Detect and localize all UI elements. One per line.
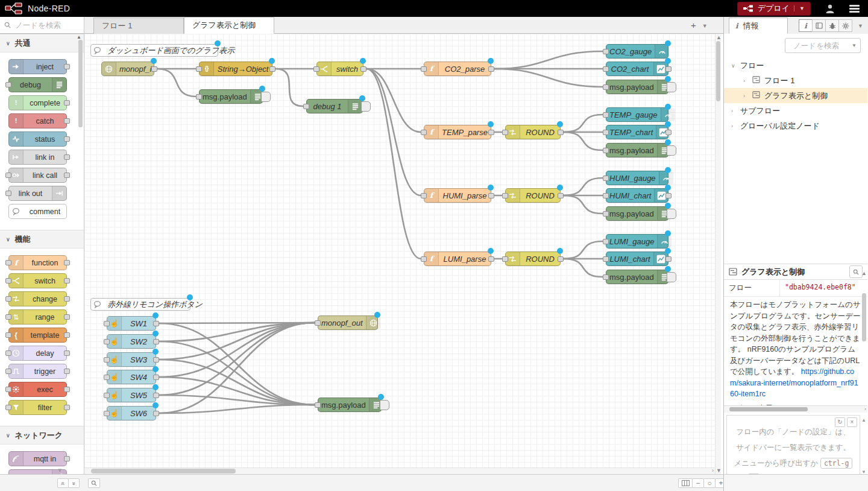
input-port[interactable] [603,176,609,181]
canvas-scroll-up-icon[interactable]: ▲ [716,34,722,40]
sidebar-config-button[interactable] [838,19,852,32]
chevron-right-icon[interactable]: › [731,108,736,114]
node-LUMI_parse[interactable]: fLUMI_parse [424,252,491,266]
input-port[interactable] [421,256,427,262]
wire[interactable] [366,69,421,195]
tab-info[interactable]: i 情報 [729,17,788,34]
wire[interactable] [564,132,603,150]
palette-node-comment[interactable]: comment [8,204,67,219]
palette-node-mqtt-in[interactable]: mqtt in [8,451,67,466]
output-port[interactable] [64,405,70,410]
palette-node-debug[interactable]: debug [8,77,67,92]
node-HUMI_chart[interactable]: HUMI_chart [606,188,668,203]
node-ROUND[interactable]: ROUND [505,252,561,266]
input-port[interactable] [603,274,609,280]
palette-expand-all-button[interactable]: » [68,478,80,488]
comment-node-comment_remote[interactable]: 赤外線リモコン操作ボタン [90,298,190,311]
user-icon[interactable] [825,4,835,13]
output-port[interactable] [665,193,671,198]
input-port[interactable] [104,321,110,326]
palette-node-link-out[interactable]: link out [8,186,67,201]
canvas-hscroll-thumb[interactable] [91,469,236,474]
node-SW6[interactable]: ☝SW6 [107,406,156,420]
node-monopf_in[interactable]: monopf_in [101,62,154,76]
node-msg-payload[interactable]: msg.payload [606,206,668,221]
wire[interactable] [366,69,421,259]
debug-toggle-button[interactable] [667,209,676,219]
input-port[interactable] [5,260,11,265]
sidebar-debug-button[interactable] [825,19,839,32]
output-port[interactable] [64,260,70,265]
palette-scrollbar[interactable] [78,40,83,127]
debug-toggle-button[interactable] [261,92,271,102]
palette-node-trigger[interactable]: trigger [8,364,67,379]
input-port[interactable] [196,66,202,72]
canvas-vscrollbar[interactable]: ▲ ▼ [715,34,721,474]
wire[interactable] [494,69,603,87]
node-SW2[interactable]: ☝SW2 [107,334,156,349]
main-menu-icon[interactable] [849,4,860,14]
output-port[interactable] [153,393,159,398]
output-port[interactable] [153,357,159,363]
detail-vscroll-thumb[interactable] [862,293,866,341]
output-port[interactable] [64,369,70,374]
input-port[interactable] [502,193,508,198]
input-port[interactable] [104,393,110,398]
output-port[interactable] [488,130,494,135]
input-port[interactable] [603,193,609,198]
output-port[interactable] [64,278,70,284]
palette-scroll-down-icon[interactable]: ∨ [58,467,62,473]
palette-node-exec[interactable]: exec [8,382,67,397]
palette-node-template[interactable]: {template [8,328,67,343]
palette-node-catch[interactable]: !catch [8,113,67,128]
output-port[interactable] [64,118,70,124]
input-port[interactable] [5,332,11,338]
input-port[interactable] [502,256,508,262]
input-port[interactable] [5,387,11,392]
detail-scroll-up-icon[interactable]: ▲ [861,270,867,276]
wire[interactable] [494,51,603,69]
input-port[interactable] [603,211,609,217]
node-CO2_gauge[interactable]: CO2_gauge [606,44,668,59]
palette-node-change[interactable]: change [8,291,67,306]
input-port[interactable] [5,173,11,178]
wire[interactable] [159,323,315,395]
wire[interactable] [159,360,315,405]
chevron-right-icon[interactable]: › [731,123,736,129]
input-port[interactable] [603,66,609,72]
node-monopf_out[interactable]: monopf_out [318,315,378,330]
output-port[interactable] [64,173,70,178]
debug-toggle-button[interactable] [667,82,676,92]
input-port[interactable] [5,296,11,302]
output-port[interactable] [665,256,671,262]
node-msg-payload[interactable]: msg.payload [199,89,263,104]
node-msg-payload[interactable]: msg.payload [606,270,668,284]
node-SW5[interactable]: ☝SW5 [107,388,156,402]
input-port[interactable] [104,357,110,363]
tip-refresh-icon[interactable]: ↻ [835,417,845,427]
output-port[interactable] [558,256,564,262]
output-port[interactable] [153,339,159,344]
palette-category-header[interactable]: ∨機能 [0,230,84,249]
output-port[interactable] [151,66,157,72]
input-port[interactable] [313,66,319,72]
output-port[interactable] [153,411,159,416]
input-port[interactable] [421,193,427,198]
tree-item-グローバル設定ノード[interactable]: ›グローバル設定ノード [724,118,867,133]
palette-node-link-call[interactable]: link call [8,168,67,183]
debug-toggle-button[interactable] [380,400,389,410]
input-port[interactable] [421,130,427,135]
output-port[interactable] [665,130,671,135]
input-port[interactable] [315,320,321,326]
palette-category-header[interactable]: ∨ネットワーク [0,426,84,445]
wire[interactable] [564,259,603,277]
canvas-scroll-down-icon[interactable]: ▼ [716,467,722,474]
wire[interactable] [564,241,603,259]
output-port[interactable] [64,100,70,106]
input-port[interactable] [5,82,11,87]
input-port[interactable] [603,130,609,135]
input-port[interactable] [5,314,11,320]
input-port[interactable] [5,350,11,356]
output-port[interactable] [665,66,671,72]
canvas-vscroll-thumb[interactable] [716,41,720,101]
